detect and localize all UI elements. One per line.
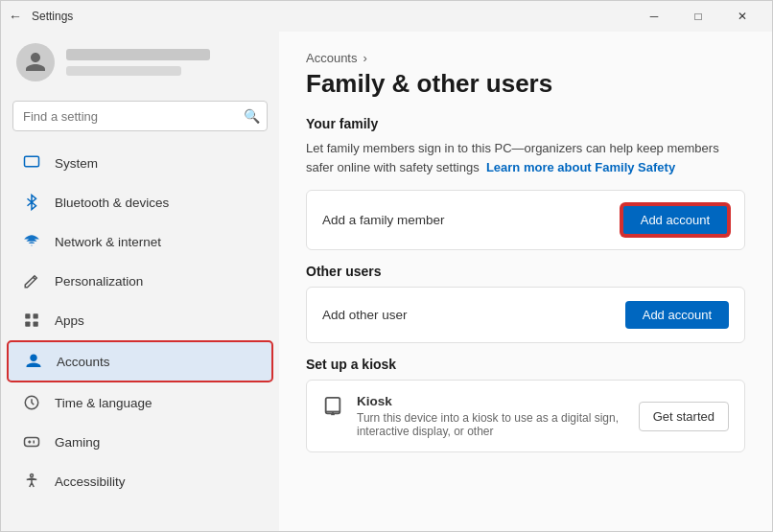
sidebar-item-accounts-label: Accounts: [57, 355, 110, 369]
system-icon: [22, 153, 41, 173]
network-icon: [22, 232, 41, 251]
svg-point-7: [31, 474, 34, 477]
add-other-user-button[interactable]: Add account: [625, 301, 729, 329]
title-bar-left: ← Settings: [9, 9, 73, 24]
avatar: [16, 43, 55, 81]
sidebar-item-bluetooth-label: Bluetooth & devices: [55, 196, 169, 210]
personalization-icon: [22, 271, 41, 290]
other-users-title: Other users: [306, 264, 745, 279]
kiosk-section: Set up a kiosk Kiosk Turn this device in…: [306, 357, 745, 452]
minimize-button[interactable]: ─: [632, 1, 676, 32]
svg-rect-3: [25, 322, 30, 327]
sidebar-item-accounts[interactable]: Accounts: [7, 340, 273, 382]
kiosk-text: Kiosk Turn this device into a kiosk to u…: [357, 394, 625, 438]
breadcrumb: Accounts ›: [306, 51, 745, 65]
page-title: Family & other users: [306, 69, 745, 99]
sidebar-item-network-label: Network & internet: [55, 235, 161, 249]
sidebar-item-time-language[interactable]: Time & language: [7, 383, 273, 422]
sidebar-item-bluetooth[interactable]: Bluetooth & devices: [7, 183, 273, 221]
main-content: Accounts › Family & other users Your fam…: [279, 32, 772, 531]
sidebar-item-system[interactable]: System: [7, 144, 273, 182]
bluetooth-icon: [22, 193, 41, 212]
sidebar-item-personalization[interactable]: Personalization: [7, 262, 273, 300]
user-email-placeholder: [66, 66, 181, 76]
sidebar-item-time-language-label: Time & language: [55, 396, 152, 410]
your-family-title: Your family: [306, 116, 745, 131]
add-other-user-card: Add other user Add account: [306, 287, 745, 343]
your-family-desc: Let family members sign in to this PC—or…: [306, 139, 745, 176]
window-title: Settings: [32, 10, 73, 23]
back-icon[interactable]: ←: [9, 9, 22, 24]
breadcrumb-accounts: Accounts: [306, 51, 357, 65]
settings-window: ← Settings ─ □ ✕: [0, 0, 773, 532]
add-family-member-label: Add a family member: [322, 213, 445, 227]
window-controls: ─ □ ✕: [632, 1, 764, 32]
sidebar-nav: System Bluetooth & devices Network & int…: [1, 143, 279, 501]
search-input[interactable]: [12, 101, 268, 131]
sidebar-item-gaming[interactable]: Gaming: [7, 423, 273, 461]
user-info: [66, 49, 264, 76]
kiosk-section-title: Set up a kiosk: [306, 357, 745, 372]
sidebar-item-accessibility-label: Accessibility: [55, 474, 126, 489]
sidebar: 🔍 System Bluetooth & devices: [1, 32, 279, 531]
maximize-button[interactable]: □: [676, 1, 720, 32]
other-users-section: Other users Add other user Add account: [306, 264, 745, 343]
search-icon: 🔍: [244, 108, 260, 124]
sidebar-item-personalization-label: Personalization: [55, 274, 143, 289]
title-bar: ← Settings ─ □ ✕: [1, 1, 772, 32]
accessibility-icon: [22, 472, 41, 491]
kiosk-title: Kiosk: [357, 394, 625, 408]
add-other-user-label: Add other user: [322, 308, 408, 322]
svg-rect-6: [25, 438, 39, 447]
add-family-member-card: Add a family member Add account: [306, 190, 745, 250]
sidebar-item-network[interactable]: Network & internet: [7, 222, 273, 261]
user-section: [1, 32, 279, 97]
gaming-icon: [22, 432, 41, 451]
breadcrumb-separator: ›: [363, 51, 366, 65]
add-family-account-button[interactable]: Add account: [621, 204, 729, 236]
sidebar-item-apps-label: Apps: [55, 313, 84, 328]
kiosk-icon: [322, 396, 343, 422]
accounts-icon: [24, 352, 43, 371]
svg-rect-4: [34, 322, 38, 327]
search-box: 🔍: [12, 101, 268, 131]
your-family-section: Your family Let family members sign in t…: [306, 116, 745, 250]
kiosk-desc: Turn this device into a kiosk to use as …: [357, 411, 625, 438]
svg-rect-0: [25, 156, 39, 167]
sidebar-item-apps[interactable]: Apps: [7, 301, 273, 339]
apps-icon: [22, 311, 41, 330]
sidebar-item-accessibility[interactable]: Accessibility: [7, 462, 273, 500]
sidebar-item-gaming-label: Gaming: [55, 435, 100, 450]
user-name-placeholder: [66, 49, 210, 60]
learn-more-link[interactable]: Learn more about Family Safety: [486, 160, 675, 174]
sidebar-item-system-label: System: [55, 156, 98, 171]
svg-rect-1: [25, 313, 30, 318]
get-started-button[interactable]: Get started: [639, 402, 729, 431]
close-button[interactable]: ✕: [720, 1, 764, 32]
time-language-icon: [22, 393, 41, 412]
kiosk-card: Kiosk Turn this device into a kiosk to u…: [306, 380, 745, 452]
svg-rect-2: [34, 313, 38, 318]
content-area: 🔍 System Bluetooth & devices: [1, 32, 772, 531]
